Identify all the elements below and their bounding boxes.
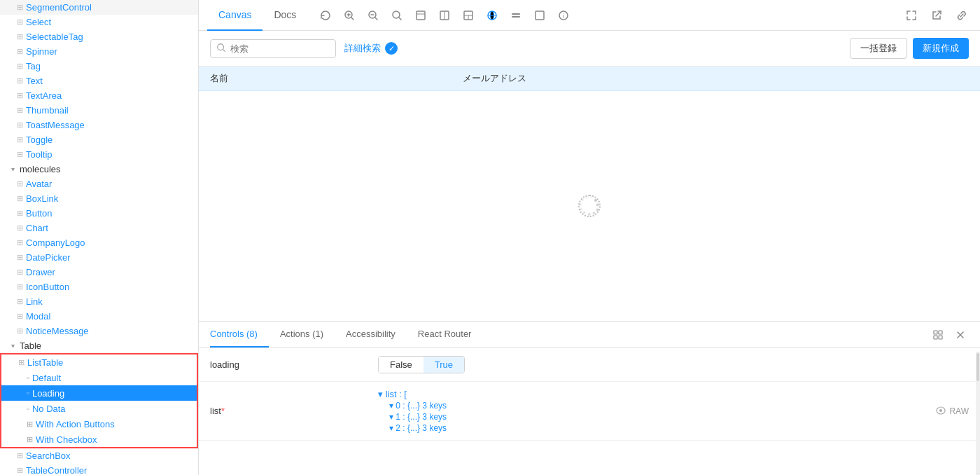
sidebar-group-table[interactable]: ▾ Table	[0, 338, 198, 353]
control-label-list: list*	[210, 406, 378, 416]
square-icon: ▫	[27, 373, 29, 382]
info-icon[interactable]: i	[554, 6, 573, 25]
sidebar-item-list-table[interactable]: ⊞ ListTable	[1, 354, 197, 370]
svg-rect-33	[934, 336, 937, 339]
list-value: ▾ list : [ ▾ 0 : {...} 3 keys ▾ 1 : {...…	[378, 389, 447, 433]
zoom-out-icon[interactable]	[363, 6, 383, 25]
svg-point-36	[939, 409, 942, 412]
sidebar-item-tooltip[interactable]: ⊞ Tooltip	[0, 147, 198, 162]
svg-rect-14	[512, 16, 520, 18]
svg-line-18	[936, 11, 941, 16]
tab-controls[interactable]: Controls (8)	[210, 322, 269, 347]
advanced-search-label: 詳細検索	[344, 42, 381, 55]
zoom-in-icon[interactable]	[340, 6, 359, 25]
sidebar-item-avatar[interactable]: ⊞ Avatar	[0, 177, 198, 191]
sidebar-item-table-controller[interactable]: ⊞ TableController	[0, 463, 198, 475]
tab-docs[interactable]: Docs	[262, 0, 307, 31]
reset-icon[interactable]	[316, 6, 335, 25]
sidebar-item-notice-message[interactable]: ⊞ NoticeMessage	[0, 324, 198, 338]
square-icon: ▫	[27, 389, 29, 397]
sidebar-item-modal[interactable]: ⊞ Modal	[0, 309, 198, 324]
sidebar-item-drawer[interactable]: ⊞ Drawer	[0, 265, 198, 280]
sidebar-item-with-checkbox[interactable]: ⊞ With Checkbox	[1, 432, 197, 447]
grid-icon: ⊞	[17, 3, 23, 12]
raw-button[interactable]: RAW	[935, 406, 969, 417]
grid-icon: ⊞	[17, 451, 23, 460]
globe-icon[interactable]	[482, 6, 502, 25]
sidebar-item-tag[interactable]: ⊞ Tag	[0, 59, 198, 74]
grid-icon: ⊞	[17, 91, 23, 100]
sidebar-item-company-logo[interactable]: ⊞ CompanyLogo	[0, 235, 198, 250]
expand-icon[interactable]	[902, 6, 921, 25]
zoom-fit-icon[interactable]	[387, 6, 407, 25]
sidebar-item-spinner[interactable]: ⊞ Spinner	[0, 44, 198, 59]
sidebar-item-selectable-tag[interactable]: ⊞ SelectableTag	[0, 29, 198, 44]
selection-box: ⊞ ListTable ▫ Default ▫ Loading ▫ No Dat…	[0, 353, 198, 448]
grid-icon: ⊞	[17, 326, 23, 336]
sidebar-item-toggle[interactable]: ⊞ Toggle	[0, 132, 198, 147]
sidebar-item-segment-control[interactable]: ⊞ SegmentControl	[0, 0, 198, 15]
svg-point-23	[588, 213, 592, 216]
layout-3-icon[interactable]	[458, 6, 478, 25]
svg-point-22	[593, 212, 596, 215]
ikkatsu-button[interactable]: 一括登録	[850, 38, 907, 59]
sidebar: ⊞ SegmentControl ⊞ Select ⊞ SelectableTa…	[0, 0, 199, 475]
svg-point-29	[590, 195, 594, 199]
sidebar-item-icon-button[interactable]: ⊞ IconButton	[0, 280, 198, 294]
layout-1-icon[interactable]	[411, 6, 430, 25]
external-link-icon[interactable]	[927, 6, 946, 25]
control-label-loading: loading	[210, 359, 378, 370]
tab-canvas[interactable]: Canvas	[207, 0, 262, 31]
sidebar-item-link[interactable]: ⊞ Link	[0, 294, 198, 309]
search-input[interactable]	[230, 43, 321, 54]
link-icon[interactable]	[952, 6, 972, 25]
grid-icon: ⊞	[17, 18, 23, 27]
chevron-down-icon: ▾	[8, 165, 17, 174]
grid-icon: ⊞	[17, 194, 23, 203]
search-input-wrap[interactable]	[210, 39, 336, 58]
sidebar-item-with-action-buttons[interactable]: ⊞ With Action Buttons	[1, 416, 197, 432]
sidebar-item-date-picker[interactable]: ⊞ DatePicker	[0, 250, 198, 265]
sidebar-item-textarea[interactable]: ⊞ TextArea	[0, 88, 198, 103]
grid-icon: ⊞	[17, 76, 23, 85]
grid-icon: ⊞	[17, 223, 23, 233]
sidebar-item-no-data[interactable]: ▫ No Data	[1, 401, 197, 416]
shinki-button[interactable]: 新規作成	[913, 38, 969, 59]
scrollbar-thumb[interactable]	[976, 353, 979, 381]
svg-rect-34	[939, 336, 942, 339]
close-icon[interactable]	[952, 326, 969, 343]
sidebar-item-toast-message[interactable]: ⊞ ToastMessage	[0, 118, 198, 132]
col-email: メールアドレス	[463, 72, 969, 85]
sidebar-item-select[interactable]: ⊞ Select	[0, 15, 198, 29]
toggle-false[interactable]: False	[379, 357, 424, 373]
sidebar-group-molecules[interactable]: ▾ molecules	[0, 162, 198, 177]
tab-accessibility[interactable]: Accessibility	[346, 322, 407, 347]
tab-react-router[interactable]: React Router	[418, 322, 483, 347]
sidebar-item-loading[interactable]: ▫ Loading	[1, 385, 197, 401]
sidebar-item-text[interactable]: ⊞ Text	[0, 74, 198, 88]
sidebar-item-box-link[interactable]: ⊞ BoxLink	[0, 191, 198, 206]
scrollbar[interactable]	[976, 352, 980, 475]
grid-view-icon[interactable]	[930, 326, 946, 343]
bar-icon[interactable]	[506, 6, 526, 25]
sidebar-item-search-box[interactable]: ⊞ SearchBox	[0, 448, 198, 463]
control-row-loading: loading False True	[199, 348, 980, 382]
svg-rect-15	[536, 11, 544, 20]
list-item-2: ▾ 2 : {...} 3 keys	[378, 423, 447, 433]
sidebar-item-thumbnail[interactable]: ⊞ Thumbnail	[0, 103, 198, 118]
sidebar-item-default[interactable]: ▫ Default	[1, 370, 197, 385]
control-row-list: list* ▾ list : [ ▾ 0 : {...} 3 keys ▾ 1 …	[199, 382, 980, 441]
frame-icon[interactable]	[530, 6, 550, 25]
advanced-search[interactable]: 詳細検索 ✓	[344, 42, 398, 55]
tab-actions[interactable]: Actions (1)	[280, 322, 335, 347]
sidebar-item-chart[interactable]: ⊞ Chart	[0, 221, 198, 235]
svg-point-21	[595, 207, 598, 211]
group-label: Table	[20, 340, 41, 351]
toggle-group-loading: False True	[378, 356, 465, 373]
toggle-true[interactable]: True	[424, 357, 464, 373]
grid-icon: ⊞	[17, 238, 23, 247]
bottom-panel-wrapper: Controls (8) Actions (1) Accessibility R…	[199, 321, 980, 475]
svg-rect-3	[416, 11, 425, 20]
sidebar-item-button[interactable]: ⊞ Button	[0, 206, 198, 221]
layout-2-icon[interactable]	[435, 6, 454, 25]
